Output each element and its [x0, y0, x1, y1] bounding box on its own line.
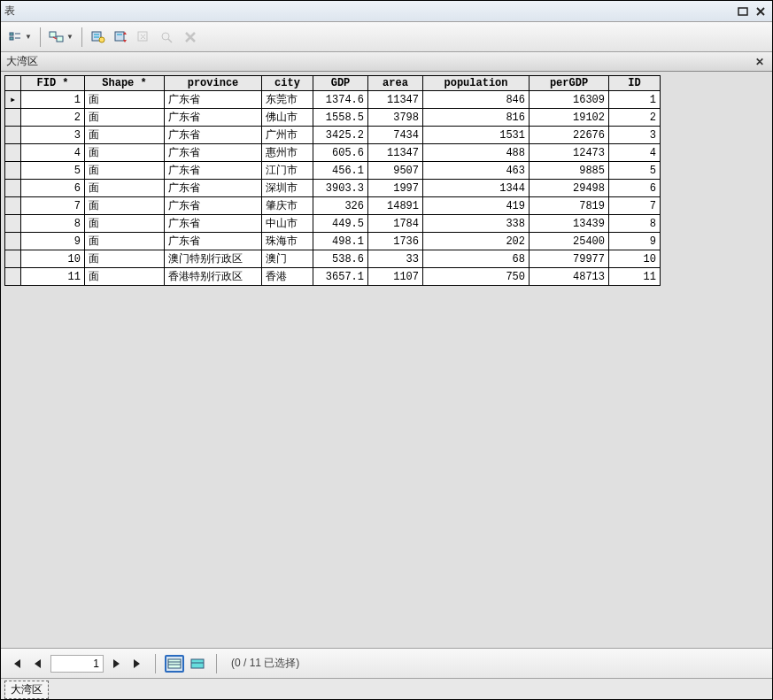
- cell-province[interactable]: 广东省: [165, 180, 262, 197]
- row-selector[interactable]: [5, 250, 21, 268]
- cell-city[interactable]: 澳门: [262, 250, 313, 268]
- row-selector[interactable]: [5, 144, 21, 162]
- row-selector[interactable]: [5, 268, 21, 286]
- table-row[interactable]: 10面澳门特别行政区澳门538.633687997710: [5, 250, 661, 268]
- cell-population[interactable]: 463: [423, 162, 530, 180]
- row-header-corner[interactable]: [5, 76, 21, 91]
- maximize-button[interactable]: [735, 4, 751, 19]
- table-row[interactable]: 7面广东省肇庆市3261489141978197: [5, 197, 661, 215]
- cell-city[interactable]: 香港: [262, 268, 313, 286]
- cell-city[interactable]: 江门市: [262, 162, 313, 180]
- cell-gdp[interactable]: 456.1: [313, 162, 368, 180]
- cell-gdp[interactable]: 3425.2: [313, 127, 368, 144]
- cell-province[interactable]: 广东省: [165, 162, 262, 180]
- cell-id[interactable]: 9: [609, 233, 661, 250]
- row-selector[interactable]: [5, 215, 21, 233]
- cell-province[interactable]: 广东省: [165, 215, 262, 233]
- grid-scroll-area[interactable]: FID * Shape * province city GDP area pop…: [4, 75, 769, 644]
- cell-shape[interactable]: 面: [85, 233, 165, 250]
- cell-city[interactable]: 深圳市: [262, 180, 313, 197]
- cell-fid[interactable]: 8: [21, 215, 85, 233]
- cell-city[interactable]: 惠州市: [262, 144, 313, 162]
- clear-selection-button[interactable]: [134, 27, 155, 48]
- cell-pergdp[interactable]: 79977: [530, 250, 609, 268]
- cell-fid[interactable]: 10: [21, 250, 85, 268]
- cell-province[interactable]: 澳门特别行政区: [165, 250, 262, 268]
- cell-province[interactable]: 广东省: [165, 109, 262, 127]
- cell-gdp[interactable]: 3657.1: [313, 268, 368, 286]
- cell-pergdp[interactable]: 16309: [530, 91, 609, 109]
- row-selector[interactable]: [5, 233, 21, 250]
- cell-fid[interactable]: 2: [21, 109, 85, 127]
- row-selector[interactable]: [5, 162, 21, 180]
- col-header-shape[interactable]: Shape *: [85, 76, 165, 91]
- table-row[interactable]: 2面广东省佛山市1558.53798816191022: [5, 109, 661, 127]
- cell-id[interactable]: 7: [609, 197, 661, 215]
- cell-fid[interactable]: 9: [21, 233, 85, 250]
- cell-id[interactable]: 6: [609, 180, 661, 197]
- table-row[interactable]: 4面广东省惠州市605.611347488124734: [5, 144, 661, 162]
- bottom-tab[interactable]: 大湾区: [4, 681, 49, 699]
- close-button[interactable]: [753, 4, 769, 19]
- cell-city[interactable]: 广州市: [262, 127, 313, 144]
- cell-area[interactable]: 11347: [368, 144, 423, 162]
- cell-gdp[interactable]: 449.5: [313, 215, 368, 233]
- cell-fid[interactable]: 3: [21, 127, 85, 144]
- col-header-province[interactable]: province: [165, 76, 262, 91]
- cell-fid[interactable]: 5: [21, 162, 85, 180]
- cell-population[interactable]: 338: [423, 215, 530, 233]
- cell-id[interactable]: 3: [609, 127, 661, 144]
- cell-province[interactable]: 广东省: [165, 127, 262, 144]
- cell-shape[interactable]: 面: [85, 250, 165, 268]
- show-selected-records-button[interactable]: [188, 655, 207, 673]
- cell-fid[interactable]: 7: [21, 197, 85, 215]
- cell-population[interactable]: 846: [423, 91, 530, 109]
- table-row[interactable]: 5面广东省江门市456.1950746398855: [5, 162, 661, 180]
- cell-area[interactable]: 1784: [368, 215, 423, 233]
- cell-province[interactable]: 广东省: [165, 233, 262, 250]
- cell-pergdp[interactable]: 12473: [530, 144, 609, 162]
- cell-id[interactable]: 1: [609, 91, 661, 109]
- cell-area[interactable]: 1997: [368, 180, 423, 197]
- cell-population[interactable]: 202: [423, 233, 530, 250]
- table-row[interactable]: 6面广东省深圳市3903.319971344294986: [5, 180, 661, 197]
- col-header-population[interactable]: population: [423, 76, 530, 91]
- show-all-records-button[interactable]: [165, 655, 184, 673]
- cell-shape[interactable]: 面: [85, 197, 165, 215]
- cell-population[interactable]: 816: [423, 109, 530, 127]
- cell-id[interactable]: 11: [609, 268, 661, 286]
- cell-pergdp[interactable]: 7819: [530, 197, 609, 215]
- cell-id[interactable]: 5: [609, 162, 661, 180]
- cell-fid[interactable]: 1: [21, 91, 85, 109]
- row-selector[interactable]: ▸: [5, 91, 21, 109]
- cell-area[interactable]: 9507: [368, 162, 423, 180]
- row-selector[interactable]: [5, 180, 21, 197]
- cell-city[interactable]: 肇庆市: [262, 197, 313, 215]
- prev-record-button[interactable]: [29, 655, 47, 673]
- cell-shape[interactable]: 面: [85, 180, 165, 197]
- cell-fid[interactable]: 11: [21, 268, 85, 286]
- cell-shape[interactable]: 面: [85, 162, 165, 180]
- cell-province[interactable]: 广东省: [165, 91, 262, 109]
- row-selector[interactable]: [5, 197, 21, 215]
- zoom-selected-button[interactable]: [157, 27, 178, 48]
- col-header-id[interactable]: ID: [609, 76, 661, 91]
- switch-selection-button[interactable]: [111, 27, 132, 48]
- cell-city[interactable]: 佛山市: [262, 109, 313, 127]
- cell-id[interactable]: 4: [609, 144, 661, 162]
- delete-selected-button[interactable]: [180, 27, 201, 48]
- col-header-gdp[interactable]: GDP: [313, 76, 368, 91]
- cell-area[interactable]: 33: [368, 250, 423, 268]
- cell-shape[interactable]: 面: [85, 127, 165, 144]
- cell-id[interactable]: 8: [609, 215, 661, 233]
- table-row[interactable]: 8面广东省中山市449.51784338134398: [5, 215, 661, 233]
- table-row[interactable]: 11面香港特别行政区香港3657.111077504871311: [5, 268, 661, 286]
- record-position-input[interactable]: [50, 655, 104, 673]
- select-by-attributes-button[interactable]: [88, 27, 109, 48]
- cell-pergdp[interactable]: 9885: [530, 162, 609, 180]
- close-tab-button[interactable]: ✕: [753, 55, 767, 69]
- last-record-button[interactable]: [128, 655, 146, 673]
- cell-province[interactable]: 广东省: [165, 144, 262, 162]
- cell-population[interactable]: 68: [423, 250, 530, 268]
- cell-shape[interactable]: 面: [85, 91, 165, 109]
